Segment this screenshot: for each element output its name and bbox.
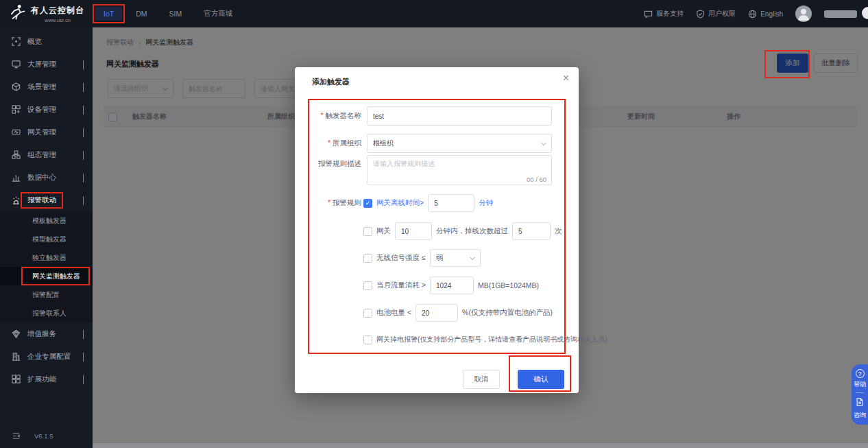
chat-icon	[644, 10, 653, 19]
rule-battery-row: 电池电量 < %(仅支持带内置电池的产品)	[363, 304, 553, 322]
desc-label: 报警规则描述	[295, 159, 361, 169]
disconnect-count-input[interactable]	[512, 222, 551, 240]
chevron-down-icon	[83, 330, 84, 338]
bottom-strip	[93, 443, 868, 448]
service-support-link[interactable]: 服务支持	[644, 9, 684, 19]
trigger-name-input[interactable]	[367, 106, 552, 126]
top-navbar: 有人云控制台 www.usr.cn IoT DM SIM 官方商城 服务支持 用…	[0, 0, 868, 27]
chevron-down-icon	[83, 353, 84, 361]
trigger-name-label: 触发器名称	[295, 111, 361, 121]
signal-strength-select[interactable]: 弱	[430, 249, 481, 267]
consult-label[interactable]: 咨询	[854, 411, 866, 420]
sidebar-item-overview[interactable]: 概览	[0, 30, 93, 53]
close-icon[interactable]: ×	[563, 73, 569, 84]
version-label: V6.1.5	[34, 432, 53, 440]
chevron-down-icon	[83, 60, 84, 69]
desc-counter: 00 / 60	[527, 176, 546, 183]
tab-sim[interactable]: SIM	[161, 6, 191, 21]
tab-mall[interactable]: 官方商城	[195, 5, 241, 22]
configuration-icon	[12, 150, 21, 159]
traffic-mb-input[interactable]	[430, 276, 474, 294]
chevron-up-icon	[83, 196, 84, 204]
sidebar-item-enterprise-config[interactable]: 企业专属配置	[0, 345, 93, 368]
traffic-checkbox[interactable]	[363, 281, 372, 290]
power-loss-checkbox[interactable]	[363, 335, 372, 344]
sidebar-item-extensions[interactable]: 扩展功能	[0, 368, 93, 390]
org-label: 所属组织	[295, 139, 361, 148]
divider	[856, 392, 864, 393]
floating-helper: ? 帮助 咨询	[852, 364, 868, 425]
offline-checkbox[interactable]	[363, 199, 372, 208]
chevron-down-icon	[83, 151, 84, 159]
submenu-alarm-contacts[interactable]: 报警联系人	[0, 304, 93, 322]
chevron-down-icon	[83, 128, 84, 137]
rule-power-loss-row: 网关掉电报警(仅支持部分产品型号，详情请查看产品说明书或咨询相关人员)	[363, 335, 607, 344]
gateway-icon	[12, 128, 21, 137]
battery-percent-input[interactable]	[415, 304, 458, 322]
tab-iot[interactable]: IoT	[95, 7, 122, 21]
brand-logo[interactable]: 有人云控制台 www.usr.cn	[0, 3, 93, 24]
chevron-down-icon	[83, 106, 84, 114]
signal-checkbox[interactable]	[363, 254, 372, 263]
submenu-gateway-monitor-trigger[interactable]: 网关监测触发器	[0, 267, 93, 285]
modal-title: 添加触发器	[312, 77, 350, 87]
sidebar-item-alarm-linkage[interactable]: 报警联动	[0, 189, 93, 211]
chevron-down-icon	[541, 139, 546, 145]
sidebar-item-device-mgmt[interactable]: 设备管理	[0, 98, 93, 121]
rule-signal-row: 无线信号强度 ≤ 弱	[363, 249, 481, 267]
globe-icon	[748, 10, 757, 19]
data-center-icon	[12, 173, 21, 182]
rule-disconnect-row: 网关 分钟内，掉线次数超过 次	[363, 222, 562, 240]
redacted-username[interactable]	[824, 10, 857, 18]
tab-dm[interactable]: DM	[128, 6, 155, 21]
chevron-down-icon	[469, 254, 474, 259]
alarm-icon	[12, 196, 21, 204]
enterprise-icon	[12, 352, 21, 361]
org-select[interactable]: 根组织	[367, 134, 552, 153]
submenu-alarm-config[interactable]: 报警配置	[0, 285, 93, 304]
sidebar-item-gateway-mgmt[interactable]: 网关管理	[0, 121, 93, 143]
disconnect-window-input[interactable]	[395, 222, 432, 240]
brand-title: 有人云控制台	[31, 5, 84, 16]
rules-label: 报警规则	[295, 198, 361, 208]
battery-checkbox[interactable]	[363, 309, 372, 318]
brand-subtitle: www.usr.cn	[45, 17, 71, 23]
product-tabs: IoT DM SIM 官方商城	[95, 5, 241, 22]
help-icon[interactable]: ?	[856, 369, 865, 378]
value-service-icon	[12, 329, 21, 338]
confirm-button[interactable]: 确认	[518, 370, 564, 389]
chevron-down-icon	[83, 83, 84, 91]
user-permission-link[interactable]: 用户权限	[696, 9, 736, 19]
offline-minutes-input[interactable]	[428, 194, 474, 212]
alarm-submenu: 模板触发器 模型触发器 独立触发器 网关监测触发器 报警配置 报警联系人	[0, 211, 93, 322]
scene-icon	[12, 82, 21, 91]
user-avatar[interactable]	[795, 5, 812, 22]
cancel-button[interactable]: 取消	[463, 370, 500, 389]
submenu-model-trigger[interactable]: 模型触发器	[0, 230, 93, 248]
language-switcher[interactable]: English	[748, 10, 783, 19]
sidebar-item-config-mgmt[interactable]: 组态管理	[0, 143, 93, 166]
sidebar: 概览 大屏管理 场景管理 设备管理 网关管理	[0, 27, 93, 448]
document-icon[interactable]	[856, 397, 864, 409]
shield-icon	[696, 10, 705, 19]
usr-mascot-icon	[8, 3, 26, 24]
disconnect-checkbox[interactable]	[363, 227, 372, 236]
device-icon	[12, 105, 21, 114]
submenu-independent-trigger[interactable]: 独立触发器	[0, 248, 93, 267]
extensions-icon	[12, 375, 21, 384]
sidebar-item-value-services[interactable]: 增值服务	[0, 322, 93, 345]
sidebar-item-scene-mgmt[interactable]: 场景管理	[0, 75, 93, 98]
app-root: 有人云控制台 www.usr.cn IoT DM SIM 官方商城 服务支持 用…	[0, 0, 868, 448]
sidebar-item-data-center[interactable]: 数据中心	[0, 166, 93, 189]
screen-icon	[12, 60, 21, 69]
submenu-template-trigger[interactable]: 模板触发器	[0, 211, 93, 230]
sidebar-item-screen-mgmt[interactable]: 大屏管理	[0, 53, 93, 75]
help-label[interactable]: 帮助	[854, 380, 866, 389]
navbar-right: 服务支持 用户权限 English	[644, 5, 868, 22]
rule-traffic-row: 当月流量消耗 > MB(1GB=1024MB)	[363, 276, 539, 294]
overview-icon	[12, 37, 21, 46]
collapse-sidebar-icon[interactable]	[12, 432, 21, 440]
rule-offline-row: 网关离线时间> 分钟	[363, 194, 493, 212]
chevron-down-icon	[83, 174, 84, 182]
desc-textarea[interactable]	[367, 155, 552, 185]
